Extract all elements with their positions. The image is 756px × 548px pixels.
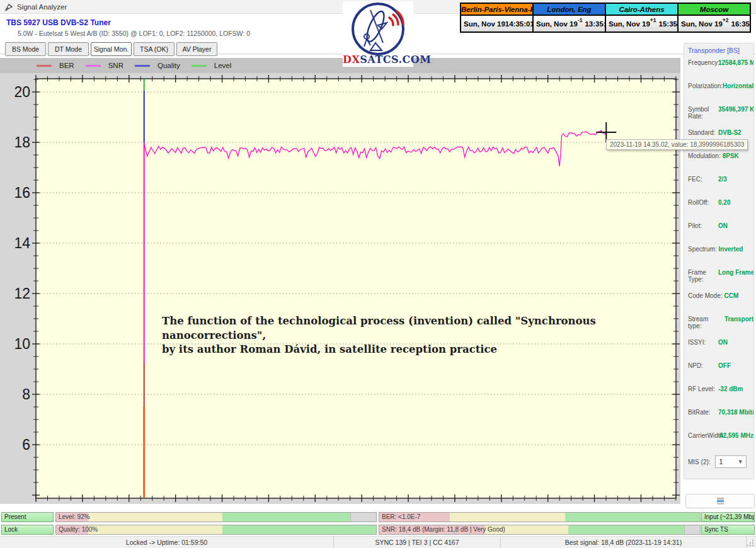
dxsatcs-logo-icon — [348, 1, 408, 55]
stream-list-button[interactable] — [685, 494, 755, 508]
chart-annotation: The function of the technological proces… — [162, 314, 679, 357]
clock-cairo-athens: Cairo-AthensSun, Nov 19+115:35 — [605, 3, 679, 33]
tab-tsa-ok-[interactable]: TSA (OK) — [134, 42, 175, 56]
legend-item-snr: SNR — [86, 62, 123, 69]
signal-bar-label: SNR: 18,4 dB (Margin: 11,8 dB | Very Goo… — [379, 525, 700, 534]
signal-chart-region: BERSNRQualityLevel 68101214161820 — [0, 58, 680, 504]
transponder-value: OFF — [718, 362, 731, 369]
resize-grip-icon[interactable] — [747, 537, 756, 548]
transponder-row-rf-level: RF Level:-32 dBm — [684, 383, 753, 406]
mis-select[interactable]: 1 ▼ — [715, 455, 747, 468]
stacked-bars-icon — [716, 497, 724, 505]
transponder-label: Pilot: — [688, 222, 718, 229]
signal-bar-ber: BER: <1.0E-7 — [379, 512, 701, 522]
signal-bar-quality: Quality: 100% — [55, 525, 377, 535]
clock-time-row: Sun, Nov 19-113:35:01 — [534, 16, 605, 31]
transponder-label: NPD: — [688, 362, 718, 369]
transponder-label: Spectrum: — [688, 246, 719, 253]
annotation-line-1: The function of the technological proces… — [162, 314, 679, 343]
transponder-row-spectrum: Spectrum:Inverted — [684, 243, 753, 266]
status-badge-present: Present — [1, 512, 54, 522]
transponder-value: Inverted — [719, 246, 743, 253]
transponder-label: Stream type: — [688, 316, 724, 329]
transponder-label: Standard: — [688, 129, 718, 136]
signal-analyzer-window: { "window": { "title": "Signal Analyzer"… — [0, 0, 756, 548]
legend-line-level — [192, 65, 207, 67]
svg-text:12: 12 — [14, 285, 30, 302]
monitor-row-1: PresentLevel: 92%BER: <1.0E-7Input (~21,… — [0, 511, 756, 523]
transponder-rows: Frequency:12584,875 MHzPolarization:Hori… — [684, 57, 753, 453]
svg-text:18: 18 — [14, 134, 30, 151]
transponder-label: ISSYI: — [688, 339, 718, 346]
transponder-row-symbol-rate: Symbol Rate:35496,397 KS/s — [684, 103, 753, 127]
transponder-label: Modulation: — [688, 152, 723, 159]
statusbar-segment-3: Best signal: 18,4 dB (2023-11-19 14:31) — [501, 537, 747, 548]
clock-date: Sun, Nov 19 — [536, 20, 578, 28]
transponder-value: ON — [718, 339, 728, 346]
annotation-line-2: by its author Roman Dávid, in satellite … — [162, 343, 679, 357]
clock-moscow: MoscowSun, Nov 19+216:35 — [677, 3, 751, 33]
app-dish-icon — [4, 3, 13, 14]
mis-row: MIS (2): 1 ▼ — [684, 455, 753, 468]
legend-line-quality — [135, 65, 150, 67]
legend-label: BER — [59, 62, 74, 69]
transponder-row-frame-type: Frame Type:Long Frame — [684, 266, 753, 290]
svg-text:20: 20 — [14, 84, 30, 100]
transponder-value: 12584,875 MHz — [718, 59, 754, 66]
mis-label: MIS (2): — [688, 459, 713, 465]
transponder-value: 8PSK — [723, 152, 739, 159]
clock-time-row: Sun, Nov 1914:35:01 — [461, 16, 532, 31]
legend-item-ber: BER — [37, 62, 74, 69]
chart-tooltip: 2023-11-19 14.35.02, value: 18,399999618… — [606, 139, 748, 150]
legend-label: Level — [214, 62, 232, 69]
transponder-row-code-mode: Code Mode:CCM — [684, 290, 753, 313]
statusbar-segment-1: Locked -> Uptime: 01:59:50 — [0, 537, 334, 548]
signal-bar-snr: SNR: 18,4 dB (Margin: 11,8 dB | Very Goo… — [379, 525, 701, 535]
world-clocks: Berlin-Paris-Vienna-RomaSun, Nov 1914:35… — [460, 3, 751, 33]
clock-city-label: Cairo-Athens — [606, 4, 677, 16]
status-badge-lock: Lock — [1, 525, 54, 535]
transponder-label: RollOff: — [688, 199, 718, 206]
signal-bar-level: Level: 92% — [55, 512, 377, 522]
transponder-row-issyi: ISSYI:ON — [684, 336, 753, 360]
window-title: Signal Analyzer — [17, 0, 67, 14]
transponder-panel: Transponder [BS] Frequency:12584,875 MHz… — [684, 43, 754, 479]
transponder-label: Frequency: — [688, 59, 718, 66]
clock-utc-offset: -1 — [578, 16, 583, 23]
dxsatcs-logo: DXSATCS.COM — [343, 1, 413, 67]
statusbar-segment-2: SYNC 139 | TEI 3 | CC 4167 — [334, 537, 501, 548]
transponder-panel-title: Transponder [BS] — [688, 47, 753, 54]
clock-time: 14:35:01 — [505, 20, 534, 28]
clock-date: Sun, Nov 19 — [609, 20, 650, 28]
transponder-row-carrierwidth: CarrierWidth:42,595 MHz — [684, 430, 753, 453]
transponder-value: Long Frame — [718, 269, 754, 276]
clock-time: 16:35 — [731, 20, 750, 28]
tab-signal-mon-[interactable]: Signal Mon. — [91, 42, 132, 56]
transponder-row-rolloff: RollOff:0.20 — [684, 197, 753, 220]
tab-dt-mode[interactable]: DT Mode — [48, 42, 89, 56]
tab-av-player[interactable]: AV Player — [176, 42, 217, 56]
tab-bs-mode[interactable]: BS Mode — [5, 42, 46, 56]
transponder-value: 35496,397 KS/s — [718, 106, 754, 113]
svg-text:14: 14 — [14, 235, 30, 251]
transponder-label: CarrierWidth: — [688, 432, 719, 439]
clock-time-row: Sun, Nov 19+115:35 — [606, 16, 677, 31]
transponder-value: Horizontal — [723, 83, 753, 89]
mode-tabs: BS ModeDT ModeSignal Mon.TSA (OK)AV Play… — [5, 42, 217, 56]
transponder-row-frequency: Frequency:12584,875 MHz — [684, 57, 753, 80]
clock-berlin-paris-vienna-roma: Berlin-Paris-Vienna-RomaSun, Nov 1914:35… — [460, 3, 534, 33]
legend-label: Quality — [158, 62, 180, 69]
status-bar: Locked -> Uptime: 01:59:50SYNC 139 | TEI… — [0, 536, 756, 548]
clock-utc-offset: +2 — [723, 16, 729, 23]
signal-bar-label: BER: <1.0E-7 — [379, 513, 700, 522]
status-badge-input-21-39-mbps-: Input (~21,39 Mbps) — [701, 512, 755, 522]
transponder-row-fec: FEC:2/3 — [684, 173, 753, 197]
transponder-value: 42,595 MHz — [719, 432, 753, 439]
svg-text:8: 8 — [22, 386, 30, 402]
transponder-value: 2/3 — [718, 176, 727, 183]
clock-city-label: Berlin-Paris-Vienna-Roma — [461, 4, 532, 16]
chevron-down-icon: ▼ — [738, 459, 746, 465]
chart-plot[interactable]: 68101214161820 — [0, 73, 680, 506]
signal-bar-label: Quality: 100% — [56, 525, 376, 534]
clock-time-row: Sun, Nov 19+216:35 — [679, 16, 750, 31]
